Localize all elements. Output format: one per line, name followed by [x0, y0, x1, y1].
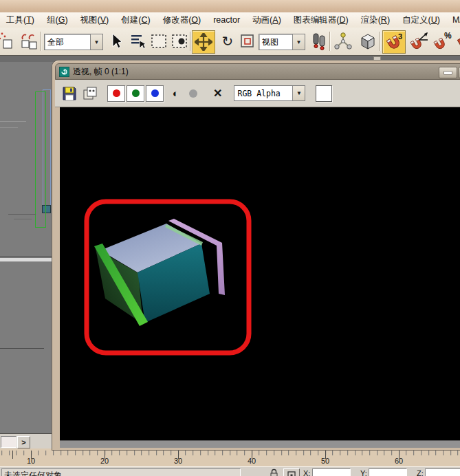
menu-tools[interactable]: 工具(T) — [0, 12, 41, 28]
toolbar-separator — [190, 32, 191, 51]
percent-snap-toggle-button[interactable]: % — [432, 30, 454, 52]
rectangular-selection-region-button[interactable] — [148, 30, 170, 52]
move-icon — [195, 33, 212, 51]
maxscript-mini-listener: > — [0, 433, 52, 449]
channel-display-value: RGB Alpha — [234, 89, 292, 98]
red-channel-button[interactable] — [107, 85, 125, 102]
menu-views[interactable]: 视图(V) — [74, 12, 116, 28]
select-by-name-button[interactable] — [127, 30, 149, 52]
minimize-icon — [443, 71, 452, 75]
trackbar-label: 50 — [321, 457, 329, 465]
viewport-gridline — [0, 127, 18, 128]
rendered-box — [94, 219, 225, 326]
render-window-toolbar: ◐ ✕ RGB Alpha ▼ — [55, 80, 460, 107]
main-toolbar: 全部 ▼ — [0, 28, 460, 56]
selection-lock-icon[interactable] — [270, 468, 278, 476]
chevron-down-icon[interactable]: ▼ — [292, 86, 305, 100]
absolute-mode-icon — [287, 470, 296, 476]
magnet-spinner-snap-icon — [455, 32, 460, 51]
use-pivot-point-center-button[interactable] — [307, 30, 329, 52]
x-coordinate-label: X: — [303, 469, 310, 476]
select-by-name-icon — [129, 32, 147, 50]
menu-graph-editors[interactable]: 图表编辑器(D) — [287, 12, 355, 28]
snap-toggle-3d-button[interactable]: 3 — [382, 30, 406, 54]
x-coordinate-input[interactable] — [312, 468, 351, 476]
trackbar-label: 20 — [100, 457, 109, 465]
clear-button[interactable]: ✕ — [213, 87, 222, 100]
reference-coordinate-system-dropdown[interactable]: 视图 ▼ — [259, 34, 305, 50]
toolbar-separator — [41, 32, 42, 51]
pivot-center-icon — [309, 32, 328, 51]
viewport-gridline — [0, 348, 44, 349]
menu-group[interactable]: 组(G) — [41, 12, 74, 28]
menu-reactor[interactable]: reactor — [207, 12, 246, 28]
select-and-manipulate-button[interactable] — [332, 30, 354, 52]
bind-to-space-warp-button[interactable] — [0, 30, 17, 52]
viewport-gridline — [8, 214, 36, 215]
y-coordinate-label: Y: — [360, 469, 367, 476]
render-window-icon — [59, 67, 69, 77]
selection-region-icon — [150, 32, 168, 50]
y-coordinate-input[interactable] — [369, 468, 407, 476]
mini-listener-field[interactable] — [1, 436, 17, 448]
menu-create[interactable]: 创建(C) — [115, 12, 156, 28]
svg-text:3: 3 — [398, 32, 402, 41]
menu-modifiers[interactable]: 修改器(O) — [157, 12, 208, 28]
menu-maxscript[interactable]: MAXScript(M) — [446, 12, 460, 28]
track-bar[interactable]: 10 20 30 40 50 60 — [0, 448, 460, 466]
menu-rendering[interactable]: 渲染(R) — [355, 12, 396, 28]
monochrome-toggle-icon[interactable]: ◐ — [173, 87, 179, 99]
magnet-3d-snap-icon: 3 — [384, 32, 404, 52]
unlink-selection-button[interactable] — [18, 30, 40, 52]
green-channel-button[interactable] — [127, 85, 144, 102]
spinner-snap-toggle-button[interactable] — [454, 30, 460, 52]
blue-channel-icon — [151, 89, 159, 97]
menu-bar: 工具(T) 组(G) 视图(V) 创建(C) 修改器(O) reactor 动画… — [0, 12, 460, 28]
alpha-channel-icon[interactable] — [189, 89, 197, 98]
save-bitmap-icon[interactable] — [62, 86, 77, 101]
channel-display-dropdown[interactable]: RGB Alpha ▼ — [234, 85, 305, 101]
rotate-icon: ↻ — [222, 34, 234, 48]
magnet-percent-snap-icon: % — [433, 32, 452, 51]
select-and-move-button[interactable] — [192, 30, 215, 54]
angle-snap-toggle-button[interactable] — [408, 30, 430, 52]
selection-filter-dropdown[interactable]: 全部 ▼ — [44, 34, 103, 50]
chevron-down-icon[interactable]: ▼ — [292, 34, 305, 50]
green-channel-icon — [132, 89, 140, 97]
scale-icon — [239, 32, 256, 50]
chevron-down-icon[interactable]: ▼ — [90, 34, 102, 50]
magnet-angle-snap-icon — [410, 32, 429, 51]
menu-customize[interactable]: 自定义(U) — [396, 12, 446, 28]
window-crossing-toggle-button[interactable] — [168, 30, 190, 52]
select-object-button[interactable] — [105, 30, 127, 52]
cursor-arrow-icon — [107, 32, 125, 50]
clone-rendered-frame-icon[interactable] — [82, 85, 98, 102]
toolbar-separator — [329, 32, 331, 51]
minimize-button[interactable] — [439, 67, 457, 78]
menu-animation[interactable]: 动画(A) — [246, 12, 287, 28]
status-prompt: 未选定任何对象 — [1, 468, 241, 476]
viewport-splitter-bar[interactable] — [0, 258, 52, 262]
open-listener-button[interactable]: > — [17, 436, 30, 448]
status-bar: 未选定任何对象 X: Y: Z: — [0, 466, 460, 476]
keyboard-shortcut-override-button[interactable] — [357, 30, 379, 52]
select-and-rotate-button[interactable]: ↻ — [217, 30, 239, 52]
cube-icon — [358, 31, 378, 52]
absolute-mode-toggle-button[interactable] — [283, 468, 300, 476]
bind-to-space-warp-icon — [0, 32, 15, 51]
background-color-swatch[interactable] — [316, 85, 332, 102]
app-titlebar: 文件夹: D:\我的资料库\Documents\3dsmax - Autodes… — [0, 0, 460, 13]
selection-filter-value: 全部 — [45, 36, 90, 48]
toolbar-separator — [380, 32, 381, 51]
manipulate-icon — [333, 32, 353, 51]
viewport-gridline — [0, 121, 26, 122]
render-window-bottom-strip — [60, 440, 460, 448]
select-and-scale-button[interactable] — [237, 30, 259, 52]
render-window-title: 透视, 帧 0 (1:1) — [73, 66, 129, 78]
coordinate-system-value: 视图 — [259, 36, 292, 48]
z-coordinate-input[interactable] — [425, 468, 460, 476]
unlink-selection-icon — [19, 31, 39, 52]
rendered-frame-window: 透视, 帧 0 (1:1) ◐ ✕ — [52, 61, 460, 450]
z-coordinate-label: Z: — [417, 469, 424, 476]
blue-channel-button[interactable] — [146, 85, 164, 102]
